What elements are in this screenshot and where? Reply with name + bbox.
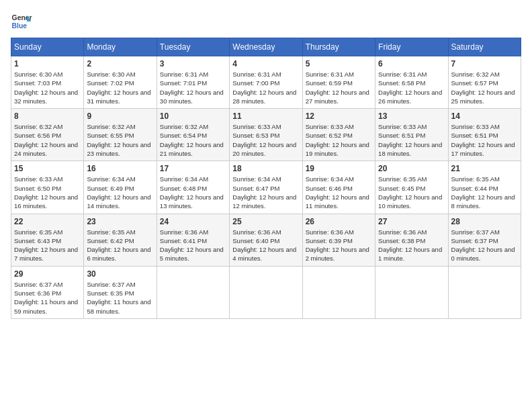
day-number: 7	[451, 59, 518, 68]
day-number: 27	[378, 217, 445, 226]
day-info: Sunrise: 6:33 AMSunset: 6:52 PMDaylight:…	[306, 123, 369, 157]
calendar-cell: 25 Sunrise: 6:36 AMSunset: 6:40 PMDaylig…	[230, 214, 302, 266]
day-info: Sunrise: 6:37 AMSunset: 6:36 PMDaylight:…	[14, 281, 78, 315]
day-info: Sunrise: 6:36 AMSunset: 6:40 PMDaylight:…	[232, 228, 296, 263]
day-info: Sunrise: 6:33 AMSunset: 6:50 PMDaylight:…	[14, 175, 78, 210]
day-info: Sunrise: 6:30 AMSunset: 7:02 PMDaylight:…	[87, 71, 150, 105]
calendar-cell	[375, 266, 448, 318]
day-info: Sunrise: 6:33 AMSunset: 6:53 PMDaylight:…	[232, 123, 296, 157]
calendar-week-1: 1 Sunrise: 6:30 AMSunset: 7:03 PMDayligh…	[11, 56, 521, 109]
calendar-cell	[230, 266, 302, 318]
day-info: Sunrise: 6:32 AMSunset: 6:55 PMDaylight:…	[87, 123, 150, 157]
calendar-cell: 1 Sunrise: 6:30 AMSunset: 7:03 PMDayligh…	[11, 56, 84, 109]
calendar-cell: 3 Sunrise: 6:31 AMSunset: 7:01 PMDayligh…	[157, 56, 229, 109]
calendar-cell: 21 Sunrise: 6:35 AMSunset: 6:44 PMDaylig…	[448, 161, 521, 214]
day-number: 15	[14, 164, 81, 173]
day-number: 14	[451, 111, 518, 121]
day-info: Sunrise: 6:36 AMSunset: 6:39 PMDaylight:…	[306, 228, 369, 263]
day-header-friday: Friday	[375, 38, 448, 56]
day-info: Sunrise: 6:37 AMSunset: 6:35 PMDaylight:…	[87, 281, 150, 315]
day-number: 6	[378, 59, 445, 68]
day-number: 24	[160, 217, 226, 226]
day-number: 17	[160, 164, 226, 173]
day-number: 11	[232, 111, 299, 121]
day-header-sunday: Sunday	[11, 38, 84, 56]
day-number: 8	[14, 111, 81, 121]
day-number: 2	[87, 59, 153, 68]
day-info: Sunrise: 6:35 AMSunset: 6:43 PMDaylight:…	[14, 228, 78, 263]
calendar-cell: 22 Sunrise: 6:35 AMSunset: 6:43 PMDaylig…	[11, 214, 84, 266]
day-number: 28	[451, 217, 518, 226]
day-number: 9	[87, 111, 153, 121]
day-info: Sunrise: 6:31 AMSunset: 6:58 PMDaylight:…	[378, 71, 442, 105]
day-number: 4	[232, 59, 299, 68]
day-info: Sunrise: 6:32 AMSunset: 6:56 PMDaylight:…	[14, 123, 78, 157]
calendar-header-row: SundayMondayTuesdayWednesdayThursdayFrid…	[11, 38, 521, 56]
calendar-cell: 10 Sunrise: 6:32 AMSunset: 6:54 PMDaylig…	[157, 109, 229, 161]
day-number: 26	[306, 217, 372, 226]
calendar-cell	[302, 266, 375, 318]
day-number: 25	[232, 217, 299, 226]
day-info: Sunrise: 6:37 AMSunset: 6:37 PMDaylight:…	[451, 228, 515, 263]
day-number: 20	[378, 164, 445, 173]
day-info: Sunrise: 6:31 AMSunset: 7:01 PMDaylight:…	[160, 71, 224, 105]
calendar-cell: 23 Sunrise: 6:35 AMSunset: 6:42 PMDaylig…	[84, 214, 157, 266]
calendar-cell: 26 Sunrise: 6:36 AMSunset: 6:39 PMDaylig…	[302, 214, 375, 266]
calendar-cell: 17 Sunrise: 6:34 AMSunset: 6:48 PMDaylig…	[157, 161, 229, 214]
calendar-cell: 19 Sunrise: 6:34 AMSunset: 6:46 PMDaylig…	[302, 161, 375, 214]
day-info: Sunrise: 6:36 AMSunset: 6:41 PMDaylight:…	[160, 228, 224, 263]
calendar-cell: 7 Sunrise: 6:32 AMSunset: 6:57 PMDayligh…	[448, 56, 521, 109]
day-info: Sunrise: 6:32 AMSunset: 6:57 PMDaylight:…	[451, 71, 515, 105]
calendar-cell: 12 Sunrise: 6:33 AMSunset: 6:52 PMDaylig…	[302, 109, 375, 161]
calendar-cell: 28 Sunrise: 6:37 AMSunset: 6:37 PMDaylig…	[448, 214, 521, 266]
day-number: 5	[306, 59, 372, 68]
day-info: Sunrise: 6:34 AMSunset: 6:47 PMDaylight:…	[232, 175, 296, 210]
page-header: General Blue	[11, 11, 521, 32]
calendar-cell: 24 Sunrise: 6:36 AMSunset: 6:41 PMDaylig…	[157, 214, 229, 266]
day-info: Sunrise: 6:31 AMSunset: 7:00 PMDaylight:…	[232, 71, 296, 105]
day-info: Sunrise: 6:36 AMSunset: 6:38 PMDaylight:…	[378, 228, 442, 263]
day-info: Sunrise: 6:35 AMSunset: 6:45 PMDaylight:…	[378, 175, 442, 210]
calendar-cell: 30 Sunrise: 6:37 AMSunset: 6:35 PMDaylig…	[84, 266, 157, 318]
day-info: Sunrise: 6:35 AMSunset: 6:44 PMDaylight:…	[451, 175, 515, 210]
day-number: 3	[160, 59, 226, 68]
calendar-week-3: 15 Sunrise: 6:33 AMSunset: 6:50 PMDaylig…	[11, 161, 521, 214]
day-info: Sunrise: 6:34 AMSunset: 6:46 PMDaylight:…	[306, 175, 369, 210]
day-number: 22	[14, 217, 81, 226]
day-info: Sunrise: 6:35 AMSunset: 6:42 PMDaylight:…	[87, 228, 150, 263]
day-info: Sunrise: 6:34 AMSunset: 6:48 PMDaylight:…	[160, 175, 224, 210]
day-number: 10	[160, 111, 226, 121]
day-info: Sunrise: 6:33 AMSunset: 6:51 PMDaylight:…	[378, 123, 442, 157]
calendar-cell: 15 Sunrise: 6:33 AMSunset: 6:50 PMDaylig…	[11, 161, 84, 214]
calendar-cell: 18 Sunrise: 6:34 AMSunset: 6:47 PMDaylig…	[230, 161, 302, 214]
calendar-cell: 5 Sunrise: 6:31 AMSunset: 6:59 PMDayligh…	[302, 56, 375, 109]
day-info: Sunrise: 6:33 AMSunset: 6:51 PMDaylight:…	[451, 123, 515, 157]
calendar-cell	[157, 266, 229, 318]
day-info: Sunrise: 6:32 AMSunset: 6:54 PMDaylight:…	[160, 123, 224, 157]
day-info: Sunrise: 6:31 AMSunset: 6:59 PMDaylight:…	[306, 71, 369, 105]
logo-icon: General Blue	[11, 11, 32, 32]
calendar-cell: 4 Sunrise: 6:31 AMSunset: 7:00 PMDayligh…	[230, 56, 302, 109]
logo: General Blue	[11, 11, 32, 32]
svg-text:Blue: Blue	[12, 22, 28, 30]
day-number: 19	[306, 164, 372, 173]
day-number: 12	[306, 111, 372, 121]
calendar-week-4: 22 Sunrise: 6:35 AMSunset: 6:43 PMDaylig…	[11, 214, 521, 266]
calendar-cell: 2 Sunrise: 6:30 AMSunset: 7:02 PMDayligh…	[84, 56, 157, 109]
day-number: 29	[14, 269, 81, 279]
calendar-table: SundayMondayTuesdayWednesdayThursdayFrid…	[11, 38, 521, 319]
day-header-monday: Monday	[84, 38, 157, 56]
day-header-tuesday: Tuesday	[157, 38, 229, 56]
calendar-week-5: 29 Sunrise: 6:37 AMSunset: 6:36 PMDaylig…	[11, 266, 521, 318]
calendar-cell: 16 Sunrise: 6:34 AMSunset: 6:49 PMDaylig…	[84, 161, 157, 214]
day-header-wednesday: Wednesday	[230, 38, 302, 56]
day-number: 23	[87, 217, 153, 226]
day-number: 30	[87, 269, 153, 279]
calendar-cell: 20 Sunrise: 6:35 AMSunset: 6:45 PMDaylig…	[375, 161, 448, 214]
calendar-cell: 13 Sunrise: 6:33 AMSunset: 6:51 PMDaylig…	[375, 109, 448, 161]
calendar-cell: 27 Sunrise: 6:36 AMSunset: 6:38 PMDaylig…	[375, 214, 448, 266]
calendar-cell: 9 Sunrise: 6:32 AMSunset: 6:55 PMDayligh…	[84, 109, 157, 161]
day-number: 1	[14, 59, 81, 68]
calendar-cell: 6 Sunrise: 6:31 AMSunset: 6:58 PMDayligh…	[375, 56, 448, 109]
day-number: 18	[232, 164, 299, 173]
